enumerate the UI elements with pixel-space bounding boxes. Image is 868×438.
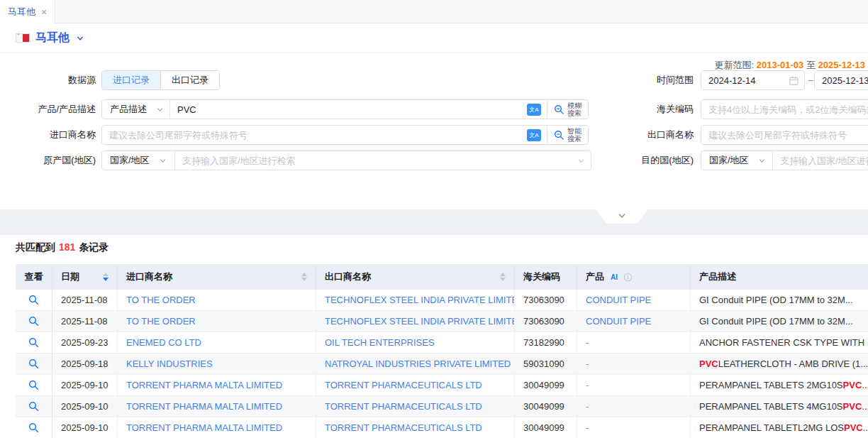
translate-icon[interactable]: 文A <box>527 129 541 141</box>
tab-export-records[interactable]: 出口记录 <box>160 71 219 89</box>
description-text: ... <box>863 422 868 433</box>
product-description: PERAMPANEL TABLETS 4MG10S PVC... <box>691 396 868 417</box>
product-description: GI Conduit PIPE (OD 17MM to 32M... <box>691 311 868 332</box>
time-range-separator: – <box>807 70 814 90</box>
product-description: GI Conduit PIPE (OD 17MM to 32M... <box>691 290 868 310</box>
record-date: 2025-09-18 <box>52 354 118 374</box>
view-record-button[interactable] <box>16 396 52 417</box>
destination-type-value: 国家/地区 <box>709 154 749 167</box>
origin-type-select[interactable]: 国家/地区 <box>102 154 174 167</box>
search-icon <box>554 130 564 141</box>
view-cell <box>16 396 52 417</box>
product-description: PERAMPANEL TABLETL2MG LOS PVC... <box>691 417 868 438</box>
info-icon[interactable] <box>623 273 633 282</box>
exporter-link[interactable]: TECHNOFLEX STEEL INDIA PRIVATE LIMITED <box>325 295 515 305</box>
view-cell <box>16 332 52 353</box>
records-table: 查看 日期 进口商名称 出口商名称 海关编码 产品 AI <box>16 264 868 438</box>
product-link[interactable]: CONDUIT PIPE <box>586 295 651 305</box>
time-range-end-field[interactable] <box>815 71 868 89</box>
hs-code-input[interactable] <box>701 99 868 119</box>
translate-icon[interactable]: 文A <box>527 104 541 116</box>
importer-cell: TO THE ORDER <box>118 311 316 332</box>
hs-code-value: 73063090 <box>515 290 577 310</box>
exporter-link[interactable]: NATROYAL INDUSTRIES PRIVATE LIMITED <box>325 358 511 369</box>
trade-records-page: 马耳他 × 马耳他 更新范围: 2013-01-03 至 2025-12-13 … <box>0 0 868 438</box>
sort-icon[interactable] <box>494 273 506 281</box>
column-header-exporter[interactable]: 出口商名称 <box>316 264 515 290</box>
importer-link[interactable]: ENEMED CO LTD <box>126 337 201 348</box>
results-count: 181 <box>55 241 79 253</box>
hs-code-value: 30049099 <box>515 396 577 417</box>
exporter-input[interactable] <box>701 125 868 145</box>
view-cell <box>16 311 52 332</box>
column-header-importer[interactable]: 进口商名称 <box>118 264 316 290</box>
view-record-button[interactable] <box>16 290 52 310</box>
collapse-panel-button[interactable] <box>596 209 648 224</box>
time-range-start-input[interactable] <box>701 70 805 90</box>
record-date: 2025-11-08 <box>52 311 118 332</box>
product-type-select[interactable]: 产品描述 <box>102 103 169 116</box>
destination-type-select[interactable]: 国家/地区 <box>701 154 772 167</box>
product-cell: - <box>577 332 691 353</box>
importer-cell: TORRENT PHARMA MALTA LIMITED <box>118 375 316 395</box>
exporter-link[interactable]: OIL TECH ENTERPRISES <box>325 337 435 348</box>
exporter-link[interactable]: TORRENT PHARMACEUTICALS LTD <box>325 380 482 390</box>
exporter-link[interactable]: TECHNOFLEX STEEL INDIA PRIVATE LIMITED <box>325 316 515 327</box>
importer-cell: ENEMED CO LTD <box>118 332 316 353</box>
chevron-down-icon <box>160 158 166 164</box>
results-prefix: 共匹配到 <box>16 241 55 253</box>
product-link[interactable]: CONDUIT PIPE <box>586 316 651 327</box>
exporter-link[interactable]: TORRENT PHARMACEUTICALS LTD <box>325 422 482 433</box>
ai-badge: AI <box>608 273 620 282</box>
close-icon[interactable]: × <box>41 7 47 17</box>
data-source-label: 数据源 <box>0 70 96 90</box>
time-range-start-field[interactable] <box>701 71 789 89</box>
product-cell: - <box>577 396 691 417</box>
destination-country-input[interactable] <box>773 151 868 170</box>
importer-link[interactable]: TORRENT PHARMA MALTA LIMITED <box>126 380 282 390</box>
product-type-value: 产品描述 <box>110 103 147 116</box>
exporter-cell: NATROYAL INDUSTRIES PRIVATE LIMITED <box>316 354 515 374</box>
keyword-highlight: PVC <box>699 358 718 369</box>
table-row: 2025-09-23ENEMED CO LTDOIL TECH ENTERPRI… <box>16 332 868 354</box>
data-source-segmented: 进口记录 出口记录 <box>101 70 220 90</box>
importer-link[interactable]: TORRENT PHARMA MALTA LIMITED <box>126 401 282 412</box>
origin-country-input[interactable] <box>175 151 572 170</box>
exporter-cell: TORRENT PHARMACEUTICALS LTD <box>316 417 515 438</box>
description-text: ANCHOR FASTENER CSK TYPE WITH ... <box>699 337 868 348</box>
hs-code-field[interactable] <box>701 100 868 119</box>
view-record-button[interactable] <box>16 311 52 332</box>
hs-code-label: 海关编码 <box>582 99 694 119</box>
importer-link[interactable]: TORRENT PHARMA MALTA LIMITED <box>126 422 282 433</box>
importer-search-input[interactable] <box>102 126 521 144</box>
product-search-input[interactable] <box>170 100 521 119</box>
exporter-cell: TECHNOFLEX STEEL INDIA PRIVATE LIMITED <box>316 311 515 332</box>
view-record-button[interactable] <box>16 332 52 353</box>
importer-cell: TO THE ORDER <box>118 290 316 310</box>
view-record-button[interactable] <box>16 354 52 374</box>
time-range-end-input[interactable] <box>814 70 868 90</box>
column-header-date[interactable]: 日期 <box>52 264 118 290</box>
keyword-highlight: PVC <box>844 422 863 433</box>
table-row: 2025-09-10TORRENT PHARMA MALTA LIMITEDTO… <box>16 396 868 417</box>
sort-icon[interactable] <box>296 273 307 281</box>
chevron-down-icon <box>618 212 626 220</box>
importer-label: 进口商名称 <box>0 125 96 145</box>
view-record-button[interactable] <box>16 375 52 395</box>
tab-malta[interactable]: 马耳他 × <box>0 0 55 23</box>
table-row: 2025-11-08TO THE ORDERTECHNOFLEX STEEL I… <box>16 290 868 311</box>
tab-import-records[interactable]: 进口记录 <box>102 71 160 89</box>
product-input-group: 产品描述 文A 模糊搜索 <box>101 99 589 119</box>
importer-link[interactable]: TO THE ORDER <box>126 316 196 327</box>
product-empty: - <box>586 401 589 412</box>
view-record-button[interactable] <box>16 417 52 438</box>
sort-icon[interactable] <box>97 273 108 281</box>
update-range-label: 更新范围: <box>715 60 755 70</box>
results-summary: 共匹配到181条记录 <box>16 241 108 254</box>
exporter-link[interactable]: TORRENT PHARMACEUTICALS LTD <box>325 401 482 412</box>
chevron-down-icon <box>759 158 765 164</box>
chevron-down-icon[interactable] <box>77 35 84 42</box>
importer-link[interactable]: KELLY INDUSTRIES <box>126 358 213 369</box>
exporter-field[interactable] <box>701 126 868 144</box>
importer-link[interactable]: TO THE ORDER <box>126 295 196 305</box>
